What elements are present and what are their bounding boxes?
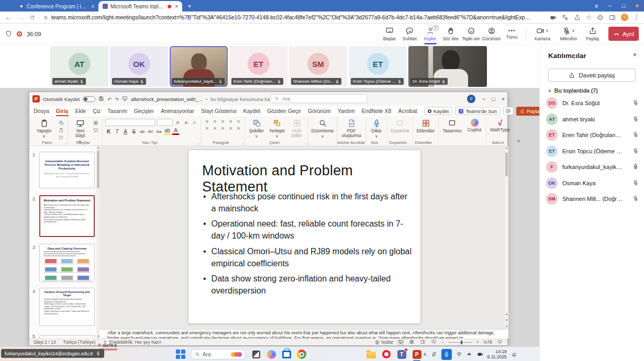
taskbar-search[interactable]: Ara (191, 349, 246, 359)
task-view-button[interactable] (251, 349, 261, 359)
ppt-close-icon[interactable]: × (502, 96, 505, 102)
ppt-tab-yardim[interactable]: Yardım (338, 108, 355, 114)
slide-sorter-view-button[interactable] (408, 340, 415, 345)
translate-icon[interactable] (562, 14, 569, 21)
participant-row[interactable]: ET Eren Tahir (Doğrulanmamış) (546, 128, 639, 142)
scrollbar-thumb[interactable] (505, 152, 508, 176)
file-explorer-button[interactable] (366, 349, 376, 359)
align-left-button[interactable]: ≡ (204, 126, 210, 131)
slide-thumbnail-4[interactable]: Gardner–Knopoff Declustering and Target … (39, 288, 95, 326)
ppt-tab-gorunum[interactable]: Görünüm (308, 108, 331, 114)
align-center-button[interactable]: ≡ (212, 126, 218, 131)
share-screen-button[interactable]: Başlat (380, 26, 399, 42)
reload-icon[interactable] (29, 15, 35, 20)
participant-tile-video[interactable]: Dr. Esra Söğüt (408, 46, 487, 87)
participant-tile[interactable]: AT ahmet tiryaki (50, 46, 108, 87)
font-name-box[interactable] (105, 119, 156, 126)
mic-off-icon[interactable] (632, 115, 639, 124)
new-tab-button[interactable]: + (185, 2, 194, 10)
account-avatar[interactable]: F (467, 95, 475, 103)
editing-button[interactable]: Düzenleme∨ (311, 119, 334, 139)
mic-on-icon[interactable] (632, 162, 639, 172)
fit-to-window-button[interactable] (496, 340, 503, 345)
monitor-icon[interactable] (122, 96, 128, 103)
powerpoint-app-button[interactable]: P (412, 349, 422, 359)
panel-close-icon[interactable]: × (632, 51, 637, 59)
tab-close-icon[interactable]: × (91, 4, 94, 9)
layout-button[interactable] (92, 120, 99, 126)
cut-button[interactable] (57, 120, 65, 126)
mic-off-icon[interactable] (632, 98, 639, 108)
slide-thumbnail-3[interactable]: Data and Catalog Overview (39, 244, 95, 282)
profile-avatar[interactable] (621, 14, 628, 21)
canvas-scrollbar[interactable]: ▲ ▲ ▼ ▼ (505, 146, 508, 329)
start-button[interactable] (175, 349, 186, 359)
active-mic-indicator[interactable] (441, 349, 452, 360)
previous-slide-icon[interactable]: ▲ (505, 312, 508, 315)
participant-row[interactable]: ET Ersin Topcu (Ödeme ve Geçiş Si... (546, 144, 639, 159)
underline-button[interactable]: A (122, 129, 129, 134)
mic-off-icon[interactable] (632, 178, 639, 188)
strikethrough-button[interactable]: S (130, 129, 137, 134)
indent-increase-button[interactable]: ≡ (227, 119, 234, 124)
opera-button[interactable] (381, 349, 392, 359)
autosave-toggle[interactable] (83, 96, 95, 102)
browser-tab-teams[interactable]: Microsoft Teams toplantısı | 1 × (98, 1, 182, 12)
people-button[interactable]: 7 Kişiler (420, 26, 440, 42)
scroll-up-icon[interactable]: ▲ (96, 146, 100, 149)
shrink-font-button[interactable]: A (183, 120, 190, 125)
zoom-out-icon[interactable]: − (441, 340, 444, 345)
dictate-button[interactable]: Dikte∨ (369, 119, 384, 139)
slide-thumbnail-1[interactable]: Interpretable Gradient-Boosted Poisson M… (39, 152, 95, 188)
shadow-button[interactable]: ab (139, 129, 146, 134)
sensitivity-button[interactable]: Duyarlılık (390, 119, 410, 133)
current-slide[interactable]: Motivation and Problem Statement •Afters… (188, 150, 421, 324)
italic-button[interactable]: T (114, 129, 120, 134)
quick-styles-button[interactable]: Hızlı Stiller (288, 119, 305, 139)
redo-icon[interactable]: ↷ (115, 96, 119, 102)
font-size-box[interactable] (157, 119, 173, 126)
ppt-search-box[interactable]: Ara (270, 94, 368, 103)
participant-tile[interactable]: ET Eren Tahir (Doğrulan... (229, 46, 287, 87)
normal-view-button[interactable] (397, 340, 404, 345)
mic-off-icon[interactable] (632, 146, 639, 156)
camera-chevron-icon[interactable]: ∨ (546, 28, 549, 33)
dialog-launcher-icon[interactable]: ⌟ (198, 141, 199, 145)
ppt-tab-ciz[interactable]: Çiz (93, 108, 101, 114)
ppt-tab-kayit[interactable]: Kaydet (243, 108, 260, 114)
mic-off-icon[interactable] (632, 194, 639, 204)
ppt-restore-icon[interactable]: □ (492, 96, 495, 102)
justify-button[interactable]: ≡ (227, 126, 234, 131)
columns-button[interactable]: ≡ (235, 126, 242, 131)
collapse-ribbon-icon[interactable]: ∨ (514, 138, 524, 145)
camera-button[interactable]: ∨ Kamera (530, 26, 554, 42)
browser-menu-icon[interactable]: ⋮ (634, 14, 640, 21)
numbering-button[interactable]: ≡ (212, 119, 218, 124)
back-icon[interactable]: ← (4, 14, 13, 21)
dialog-launcher-icon[interactable]: ⌟ (242, 141, 243, 145)
grow-font-button[interactable]: A (174, 120, 181, 125)
scrollbar-thumb[interactable] (97, 151, 99, 188)
participant-row[interactable]: SM Shannen Milt... (Doğrulanmamış) (546, 191, 639, 206)
mathtype-button[interactable]: √ MathType (489, 119, 511, 132)
tab-close-icon[interactable]: × (175, 4, 178, 9)
scroll-up-icon[interactable]: ▲ (505, 146, 508, 149)
zoom-level[interactable]: %78 (483, 340, 492, 345)
participant-row[interactable]: F furkanyurdakul_kayikci24@erd... (546, 160, 639, 174)
browser-tab-conference[interactable]: Conference Program | ICE 2025 U × (15, 1, 98, 12)
dialog-launcher-icon[interactable]: ⌟ (305, 141, 307, 145)
ppt-tab-ekle[interactable]: Ekle (75, 108, 86, 114)
font-color-button[interactable]: A (172, 128, 179, 135)
view-button[interactable]: Görünüm (482, 26, 501, 42)
bullets-button[interactable]: ≡ (204, 119, 210, 124)
participant-tile[interactable]: ET Ersin Topcu (Ödeme ... (349, 46, 407, 87)
reset-button[interactable] (92, 127, 99, 133)
microsoft-store-button[interactable] (281, 349, 292, 359)
close-button[interactable]: × (630, 3, 644, 9)
mic-off-icon[interactable] (632, 130, 639, 140)
comments-button[interactable] (503, 107, 514, 115)
in-meeting-section-header[interactable]: ∨ Bu toplantıda (7) (548, 87, 598, 94)
change-case-button[interactable]: Aa (156, 129, 162, 134)
share-invite-button[interactable]: Daveti paylaş (548, 69, 636, 82)
format-painter-button[interactable] (57, 134, 65, 140)
